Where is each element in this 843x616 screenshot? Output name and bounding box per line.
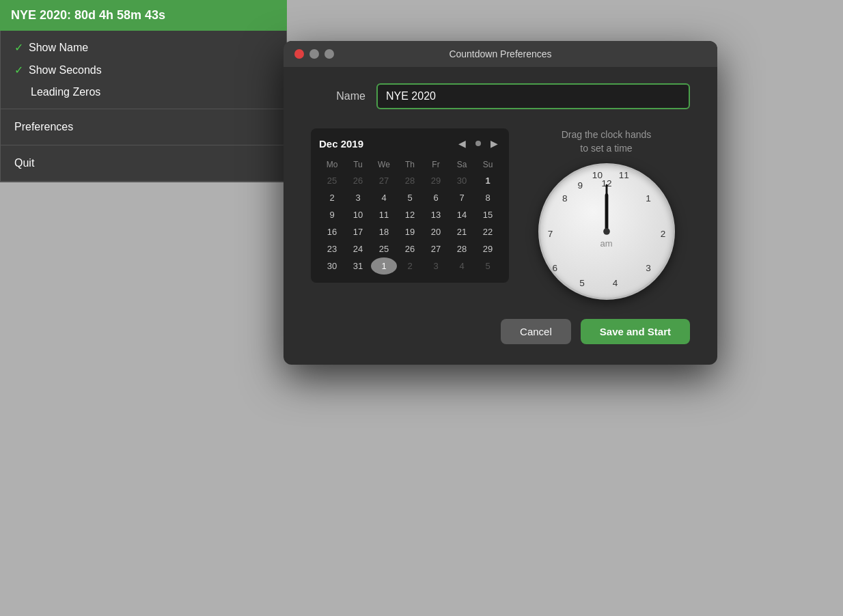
calendar-day[interactable]: 22 [475,223,501,240]
menu-section-options: ✓ Show Name ✓ Show Seconds Leading Zeros [1,31,286,109]
calendar-day[interactable]: 30 [319,257,345,275]
svg-text:6: 6 [552,263,557,273]
calendar-day[interactable]: 28 [397,172,423,189]
day-header-we: We [371,157,397,172]
calendar-day[interactable]: 2 [319,189,345,206]
calendar-day[interactable]: 31 [345,257,371,275]
menu-item-show-seconds[interactable]: ✓ Show Seconds [1,59,286,81]
calendar-prev-button[interactable]: ◀ [456,137,469,150]
calendar-day[interactable]: 9 [319,206,345,223]
calendar-day[interactable]: 3 [423,257,449,275]
day-header-th: Th [397,157,423,172]
calendar-week: 2345678 [319,189,501,206]
modal-body: Name Dec 2019 ◀ ▶ Mo [284,67,717,365]
cancel-button[interactable]: Cancel [501,319,571,344]
calendar-month-year: Dec 2019 [319,138,363,150]
name-input[interactable] [376,83,690,109]
calendar-day[interactable]: 26 [397,240,423,257]
svg-text:5: 5 [579,278,585,288]
calendar-day[interactable]: 6 [423,189,449,206]
calendar-day[interactable]: 1 [371,257,397,275]
calendar-day[interactable]: 20 [423,223,449,240]
calendar-day[interactable]: 11 [371,206,397,223]
day-header-fr: Fr [423,157,449,172]
menu-section-preferences: Preferences [1,109,286,145]
menu-label-leading-zeros: Leading Zeros [31,86,100,98]
calendar-day[interactable]: 19 [397,223,423,240]
calendar-day[interactable]: 15 [475,206,501,223]
menu-item-show-name[interactable]: ✓ Show Name [1,36,286,59]
calendar-day[interactable]: 29 [423,172,449,189]
svg-text:3: 3 [646,263,651,273]
menu-bar: NYE 2020: 80d 4h 58m 43s ✓ Show Name ✓ S… [0,0,287,182]
calendar-day[interactable]: 10 [345,206,371,223]
calendar-day[interactable]: 17 [345,223,371,240]
clock-hint: Drag the clock handsto set a time [562,128,652,155]
calendar-dot [475,141,481,146]
close-button[interactable] [294,49,304,59]
calendar-day[interactable]: 4 [371,189,397,206]
calendar-week: 2526272829301 [319,172,501,189]
calendar-day[interactable]: 24 [345,240,371,257]
clock-face[interactable]: 12 1 2 3 4 5 6 7 8 9 10 11 [538,163,675,300]
save-and-start-button[interactable]: Save and Start [581,319,690,344]
calendar-day[interactable]: 27 [423,240,449,257]
day-header-mo: Mo [319,157,345,172]
checkmark-show-seconds: ✓ [14,64,23,76]
svg-text:1: 1 [646,194,651,204]
dropdown-menu: ✓ Show Name ✓ Show Seconds Leading Zeros… [0,31,287,182]
calendar-day[interactable]: 25 [319,172,345,189]
calendar-day[interactable]: 8 [475,189,501,206]
calendar-day[interactable]: 23 [319,240,345,257]
calendar-day[interactable]: 7 [449,189,475,206]
calendar-day[interactable]: 18 [371,223,397,240]
menu-item-quit[interactable]: Quit [1,151,286,176]
minimize-button[interactable] [309,49,319,59]
name-label: Name [311,90,365,102]
menu-label-show-seconds: Show Seconds [29,64,102,76]
calendar-day[interactable]: 16 [319,223,345,240]
maximize-button[interactable] [324,49,334,59]
calendar-day[interactable]: 1 [475,172,501,189]
calendar-day[interactable]: 27 [371,172,397,189]
svg-point-14 [603,228,610,235]
name-row: Name [311,83,690,109]
calendar-day[interactable]: 5 [475,257,501,275]
svg-text:2: 2 [660,229,665,239]
day-header-su: Su [475,157,501,172]
calendar-day[interactable]: 21 [449,223,475,240]
calendar-day[interactable]: 3 [345,189,371,206]
clock-am-label: am [600,238,612,249]
button-row: Cancel Save and Start [311,319,690,344]
calendar-week: 9101112131415 [319,206,501,223]
calendar-week: 23242526272829 [319,240,501,257]
calendar-day[interactable]: 12 [397,206,423,223]
calendar-day[interactable]: 30 [449,172,475,189]
calendar-day[interactable]: 14 [449,206,475,223]
modal-titlebar: Countdown Preferences [284,41,717,67]
calendar-day[interactable]: 29 [475,240,501,257]
menu-label-show-name: Show Name [29,42,88,54]
day-header-sa: Sa [449,157,475,172]
calendar-days-header: Mo Tu We Th Fr Sa Su [319,157,501,172]
day-header-tu: Tu [345,157,371,172]
calendar-day[interactable]: 2 [397,257,423,275]
calendar-grid: Mo Tu We Th Fr Sa Su 2526272829301234567… [319,157,501,275]
menu-label-quit: Quit [14,157,34,169]
calendar-week: 16171819202122 [319,223,501,240]
cal-clock-row: Dec 2019 ◀ ▶ Mo Tu We Th Fr [311,128,690,300]
calendar-day[interactable]: 13 [423,206,449,223]
menu-item-leading-zeros[interactable]: Leading Zeros [1,81,286,103]
calendar-day[interactable]: 25 [371,240,397,257]
calendar-day[interactable]: 28 [449,240,475,257]
modal-dialog: Countdown Preferences Name Dec 2019 ◀ ▶ [284,41,717,365]
calendar-week: 303112345 [319,257,501,275]
calendar-next-button[interactable]: ▶ [488,137,501,150]
calendar-day[interactable]: 26 [345,172,371,189]
svg-text:8: 8 [562,194,568,204]
countdown-title: NYE 2020: 80d 4h 58m 43s [11,8,165,23]
menu-item-preferences[interactable]: Preferences [1,115,286,139]
menu-title[interactable]: NYE 2020: 80d 4h 58m 43s [0,0,287,31]
calendar-day[interactable]: 4 [449,257,475,275]
calendar-day[interactable]: 5 [397,189,423,206]
